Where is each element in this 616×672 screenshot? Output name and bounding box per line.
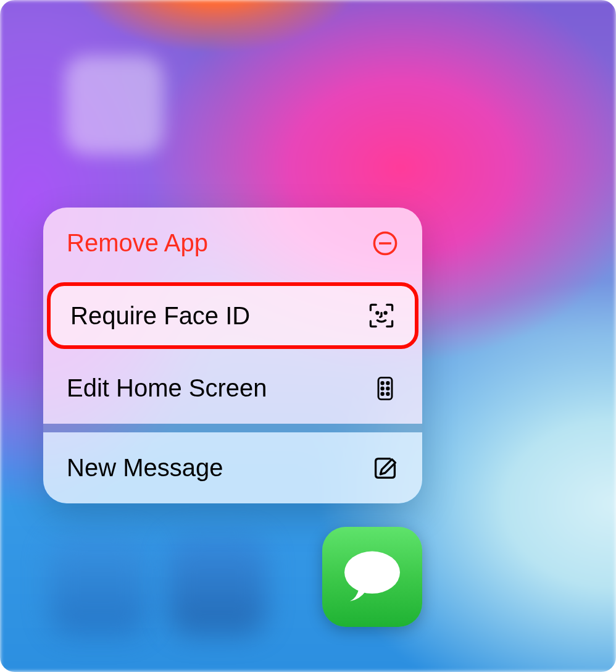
new-message-item[interactable]: New Message <box>43 432 422 503</box>
svg-point-8 <box>387 387 389 390</box>
face-id-icon <box>368 302 395 329</box>
svg-point-9 <box>381 393 384 395</box>
remove-circle-icon <box>372 230 399 257</box>
menu-section-divider <box>43 424 422 432</box>
svg-point-2 <box>377 312 378 314</box>
svg-point-3 <box>385 312 386 314</box>
svg-point-7 <box>381 387 384 390</box>
menu-item-label: Edit Home Screen <box>67 374 267 402</box>
edit-home-screen-item[interactable]: Edit Home Screen <box>43 353 422 424</box>
dock-area <box>31 530 586 641</box>
apps-grid-icon <box>372 375 399 402</box>
menu-item-label: New Message <box>67 454 223 482</box>
svg-point-11 <box>344 552 400 594</box>
compose-icon <box>372 455 399 482</box>
blurred-app-icon <box>65 56 164 154</box>
svg-point-10 <box>387 393 389 395</box>
svg-point-5 <box>381 382 384 384</box>
remove-app-item[interactable]: Remove App <box>43 208 422 279</box>
svg-rect-4 <box>378 377 392 399</box>
app-context-menu: Remove App Require Face ID <box>43 208 422 503</box>
blurred-dock-icon <box>168 536 267 635</box>
messages-app-icon[interactable] <box>322 527 422 627</box>
menu-item-label: Remove App <box>67 229 208 257</box>
svg-point-6 <box>387 382 389 384</box>
blurred-dock-icon <box>49 536 148 635</box>
speech-bubble-icon <box>339 549 406 605</box>
require-face-id-item[interactable]: Require Face ID <box>47 282 418 349</box>
menu-item-label: Require Face ID <box>70 302 250 330</box>
